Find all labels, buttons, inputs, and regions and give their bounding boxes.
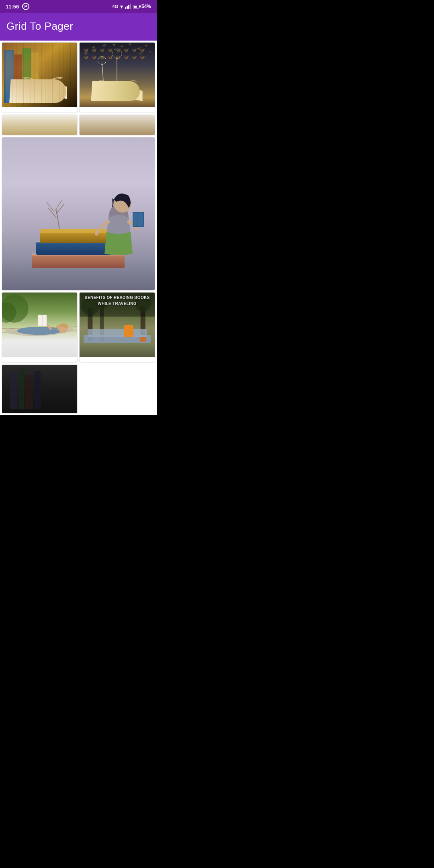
grid-image-6: Benefits of Reading Books While Travelin… [80, 293, 155, 357]
svg-rect-1 [4, 50, 14, 103]
svg-rect-4 [23, 48, 31, 103]
svg-text:🦋: 🦋 [139, 51, 142, 55]
grid-image-full [2, 137, 155, 290]
grid-image-7 [2, 365, 77, 413]
svg-rect-64 [10, 373, 17, 409]
svg-text:🦋: 🦋 [120, 45, 123, 48]
grid-item-3[interactable] [2, 115, 78, 135]
svg-rect-5 [31, 52, 39, 103]
grid-item-1[interactable] [2, 42, 78, 113]
app-title: Grid To Pager [6, 20, 150, 33]
svg-text:🦋: 🦋 [149, 50, 151, 53]
grid-image-1 [2, 43, 77, 107]
grid-image-5 [2, 293, 77, 357]
svg-text:🦋: 🦋 [102, 43, 106, 47]
grid-image-4 [80, 115, 155, 135]
svg-text:🦋: 🦋 [137, 46, 141, 51]
parking-icon: P [22, 3, 29, 10]
signal-icon [125, 4, 131, 9]
grid-container: 🦋 🦋 🦋 🦋 🦋 🦋 🦋 🦋 🦋 🦋 [0, 41, 157, 415]
svg-rect-29 [32, 254, 125, 268]
svg-rect-2 [5, 51, 13, 102]
card-bottom-6 [80, 357, 155, 362]
svg-text:🦋: 🦋 [145, 44, 148, 47]
battery-percent: 54% [141, 4, 151, 9]
overlay-text-6: Benefits of Reading Books While Travelin… [83, 295, 151, 307]
wifi-icon: ▾ [120, 4, 123, 10]
status-right: 4G ▾ 54% [112, 4, 151, 10]
card-bottom-1 [2, 107, 77, 113]
grid-item-6[interactable]: Benefits of Reading Books While Travelin… [79, 292, 155, 363]
network-icon: 4G [112, 4, 118, 9]
svg-rect-39 [133, 213, 143, 226]
svg-text:🦋: 🦋 [84, 51, 88, 55]
svg-rect-65 [18, 368, 24, 409]
card-bottom-5 [2, 357, 77, 362]
svg-rect-3 [14, 54, 22, 103]
svg-text:🦋: 🦋 [92, 45, 95, 49]
grid-image-2: 🦋 🦋 🦋 🦋 🦋 🦋 🦋 🦋 🦋 🦋 [80, 43, 155, 107]
grid-item-2[interactable]: 🦋 🦋 🦋 🦋 🦋 🦋 🦋 🦋 🦋 🦋 [79, 42, 155, 113]
grid-item-4[interactable] [79, 115, 155, 135]
svg-point-12 [112, 49, 122, 58]
svg-point-6 [18, 84, 67, 94]
svg-rect-0 [2, 43, 77, 107]
svg-text:🦋: 🦋 [128, 43, 132, 46]
battery-icon [133, 5, 139, 8]
card-bottom-2 [80, 107, 155, 113]
svg-rect-61 [140, 337, 146, 342]
grid-item-full[interactable] [2, 137, 155, 291]
status-left: 11:56 P [6, 3, 29, 10]
grid-item-5[interactable] [2, 292, 78, 363]
svg-text:🦋: 🦋 [112, 43, 116, 46]
status-bar: 11:56 P 4G ▾ 54% [0, 0, 157, 13]
svg-rect-67 [34, 371, 41, 409]
svg-point-46 [17, 327, 61, 335]
app-bar: Grid To Pager [0, 13, 157, 41]
svg-rect-59 [88, 329, 147, 337]
status-time: 11:56 [6, 4, 19, 10]
svg-rect-60 [124, 325, 133, 337]
grid-image-3 [2, 115, 77, 135]
svg-rect-66 [25, 375, 33, 409]
grid-item-7[interactable] [2, 364, 78, 414]
